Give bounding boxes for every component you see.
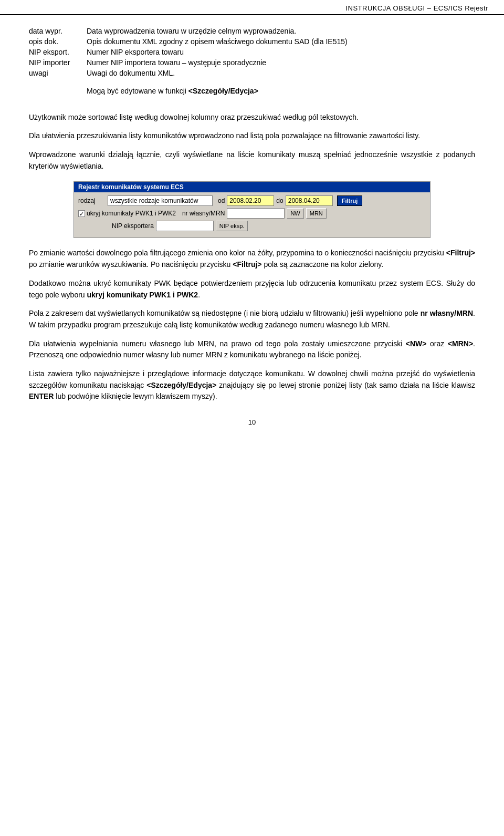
ss-do-field[interactable]: 2008.04.20 [286,195,333,206]
ss-do-label: do [276,197,283,204]
def-label-opis-dok: opis dok. [29,36,87,47]
screenshot-body: rodzaj wszystkie rodzaje komunikatów od … [74,192,430,238]
ss-nip-field[interactable] [156,221,214,231]
ss-nip-label: NIP eksportera [112,222,154,230]
lista-paragraph: Lista zawiera tylko najważniejsze i prze… [29,368,475,402]
szczegoły-edycja-ref: <Szczegóły/Edycja> [146,381,216,389]
pwk-paragraph: Dodatkowo można ukryć komunikaty PWK będ… [29,278,475,301]
ss-nw-label: NW [290,210,300,216]
def-label-uwagi: uwagi [29,68,87,78]
moga-text: Mogą być edytowane w funkcji <Szczegóły/… [87,86,475,97]
def-row-nip-eksport: NIP eksport. Numer NIP eksportera towaru [29,47,475,57]
screenshot-titlebar: Rejestr komunikatów systemu ECS [74,182,430,192]
def-content-data-wypr: Data wyprowadzenia towaru w urzędzie cel… [87,26,475,36]
def-content-nip-importer: Numer NIP importera towaru – występuje s… [87,57,475,68]
ss-od-label: od [218,197,225,204]
ss-row2: ukryj komunikaty PWK1 i PWK2 nr własny/M… [78,208,426,219]
ss-od-field[interactable]: 2008.02.20 [227,195,274,206]
header-title: INSTRUKCJA OBSŁUGI – ECS/ICS Rejestr [345,4,488,12]
szczegoły-edycja-label: <Szczegóły/Edycja> [188,87,258,95]
nw-mrn-paragraph: Dla ułatwienia wypełniania numeru własne… [29,338,475,361]
ss-mrn-btn[interactable]: MRN [306,208,327,219]
filter2-paragraph: Wprowadzone warunki działają łącznie, cz… [29,149,475,172]
sort-paragraph: Użytkownik może sortować listę według do… [29,112,475,123]
ss-row1: rodzaj wszystkie rodzaje komunikatów od … [78,195,426,206]
ss-nipeksp-label: NIP eksp. [219,223,245,229]
main-content: data wypr. Data wyprowadzenia towaru w u… [0,26,504,402]
filtruj-ref1: <Filtruj> [446,249,475,257]
screenshot-title: Rejestr komunikatów systemu ECS [78,183,184,191]
def-label-nip-importer: NIP importer [29,57,87,68]
page-number: 10 [0,418,504,431]
mrn-ref: <MRN> [448,339,473,348]
def-label-data-wypr: data wypr. [29,26,87,36]
def-label-nip-eksport: NIP eksport. [29,47,87,57]
ss-rodzaj-label: rodzaj [78,197,106,204]
def-row-nip-importer: NIP importer Numer NIP importera towaru … [29,57,475,68]
ss-nipeksp-btn[interactable]: NIP eksp. [216,221,248,231]
nr-wlasny-mrn-ref: nr własny/MRN [421,309,473,317]
ss-pwk-checkbox[interactable]: ukryj komunikaty PWK1 i PWK2 [78,210,176,217]
ss-nw-btn[interactable]: NW [287,208,303,219]
def-row-opis-dok: opis dok. Opis dokumentu XML zgodny z op… [29,36,475,47]
def-content-uwagi: Uwagi do dokumentu XML. [87,68,475,78]
color-paragraph: Po zmianie wartości dowolnego pola filtr… [29,247,475,270]
ss-pwk-label: ukryj komunikaty PWK1 i PWK2 [87,210,176,217]
nw-ref: <NW> [406,339,427,348]
ss-nr-field[interactable] [227,208,285,219]
filtruj-ref2: <Filtruj> [233,260,261,269]
ss-nr-label: nr własny/MRN [182,210,225,217]
enter-ref: ENTER [29,392,54,400]
screenshot-mockup: Rejestr komunikatów systemu ECS rodzaj w… [74,181,430,238]
def-row-data-wypr: data wypr. Data wyprowadzenia towaru w u… [29,26,475,36]
ss-check-icon [78,210,85,217]
filter1-paragraph: Dla ułatwienia przeszukiwania listy komu… [29,130,475,142]
definitions-table: data wypr. Data wyprowadzenia towaru w u… [29,26,475,78]
ss-row3: NIP eksportera NIP eksp. [78,221,426,231]
zakres-dat-paragraph: Pola z zakresem dat wyświetlanych komuni… [29,308,475,331]
ukryj-label: ukryj komunikaty PWK1 i PWK2 [87,291,198,299]
ss-filtruj-btn[interactable]: Filtruj [337,195,363,206]
def-row-uwagi: uwagi Uwagi do dokumentu XML. [29,68,475,78]
page-header: INSTRUKCJA OBSŁUGI – ECS/ICS Rejestr [0,0,504,15]
def-content-nip-eksport: Numer NIP eksportera towaru [87,47,475,57]
ss-mrn-label: MRN [310,210,323,216]
def-content-opis-dok: Opis dokumentu XML zgodny z opisem właśc… [87,36,475,47]
ss-filtruj-label: Filtruj [337,195,363,206]
ss-rodzaj-field[interactable]: wszystkie rodzaje komunikatów [108,195,213,206]
